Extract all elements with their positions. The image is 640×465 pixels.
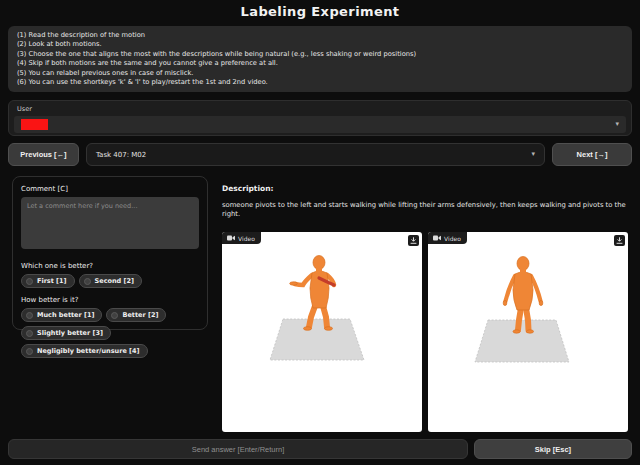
instruction-line: (1) Read the description of the motion <box>17 31 623 40</box>
radio-icon <box>111 312 118 319</box>
chevron-down-icon: ▾ <box>615 121 619 128</box>
user-section: User ▾ <box>8 100 632 136</box>
choice-first[interactable]: First [1] <box>21 274 75 288</box>
motion-render-1 <box>222 232 422 432</box>
how-better-label: How better is it? <box>21 296 199 304</box>
video-label: Video <box>238 235 255 242</box>
choice-better[interactable]: Better [2] <box>106 308 166 322</box>
how-better-options: Much better [1] Better [2] Slightly bett… <box>21 308 199 358</box>
task-dropdown[interactable]: Task 407: M02 ▾ <box>86 143 545 166</box>
description-text: someone pivots to the left and starts wa… <box>222 201 628 219</box>
video-player-2[interactable]: Video <box>428 232 628 432</box>
choice-label: Second [2] <box>95 277 134 285</box>
download-button[interactable] <box>408 235 419 246</box>
radio-icon <box>26 312 33 319</box>
instructions-panel: (1) Read the description of the motion (… <box>8 26 632 92</box>
instruction-line: (2) Look at both motions. <box>17 40 623 49</box>
video-icon <box>433 235 441 241</box>
video-player-1[interactable]: Video <box>222 232 422 432</box>
choice-label: Negligibly better/unsure [4] <box>37 347 140 355</box>
choice-second[interactable]: Second [2] <box>79 274 142 288</box>
send-answer-button[interactable]: Send answer [Enter/Return] <box>8 439 468 459</box>
which-better-label: Which one is better? <box>21 262 199 270</box>
motion-render-2 <box>428 232 628 432</box>
download-button[interactable] <box>614 235 625 246</box>
description-label: Description: <box>222 184 274 193</box>
comment-input[interactable] <box>21 197 199 249</box>
instruction-line: (5) You can relabel previous ones in cas… <box>17 69 623 78</box>
choice-label: Slightly better [3] <box>37 329 103 337</box>
floor-plane <box>270 319 364 360</box>
radio-icon <box>26 348 33 355</box>
choice-label: Much better [1] <box>37 311 94 319</box>
floor-plane <box>475 320 569 362</box>
video-2-badge: Video <box>428 232 467 244</box>
previous-button[interactable]: Previous [←] <box>8 143 79 166</box>
instruction-line: (3) Choose the one that aligns the most … <box>17 50 623 59</box>
answer-panel: Comment [C] Which one is better? First [… <box>12 176 208 330</box>
instruction-line: (4) Skip if both motions are the same an… <box>17 59 623 68</box>
redacted-username <box>21 119 48 130</box>
instruction-line: (6) You can use the shortkeys 'k' & 'l' … <box>17 78 623 87</box>
task-dropdown-value: Task 407: M02 <box>96 151 146 159</box>
choice-label: Better [2] <box>122 311 158 319</box>
radio-icon <box>26 278 33 285</box>
next-button[interactable]: Next [→] <box>552 143 632 166</box>
radio-icon <box>26 330 33 337</box>
comment-label: Comment [C] <box>21 185 199 193</box>
video-label: Video <box>444 235 461 242</box>
user-label: User <box>17 105 626 113</box>
choice-much-better[interactable]: Much better [1] <box>21 308 102 322</box>
page-title: Labeling Experiment <box>0 4 640 19</box>
which-better-options: First [1] Second [2] <box>21 274 199 288</box>
radio-icon <box>84 278 91 285</box>
user-dropdown[interactable]: ▾ <box>14 116 626 133</box>
video-1-badge: Video <box>222 232 261 244</box>
choice-label: First [1] <box>37 277 67 285</box>
video-icon <box>227 235 235 241</box>
choice-slightly-better[interactable]: Slightly better [3] <box>21 326 111 340</box>
download-icon <box>410 237 417 244</box>
labeling-experiment-app: Labeling Experiment (1) Read the descrip… <box>0 0 640 465</box>
skip-button[interactable]: Skip [Esc] <box>474 439 632 459</box>
chevron-down-icon: ▾ <box>531 151 535 158</box>
choice-negligibly-better[interactable]: Negligibly better/unsure [4] <box>21 344 148 358</box>
download-icon <box>616 237 623 244</box>
